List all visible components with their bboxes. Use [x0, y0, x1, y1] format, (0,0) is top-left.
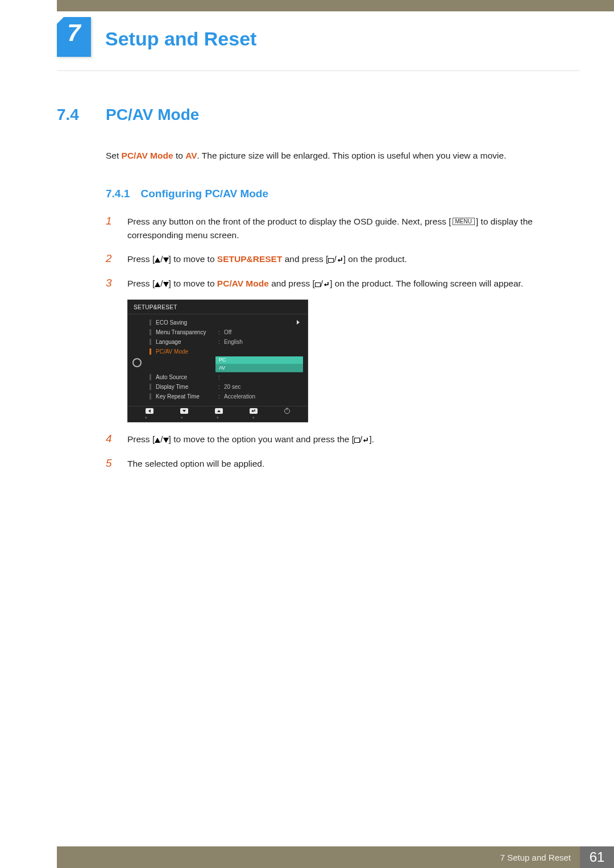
page-footer: 7 Setup and Reset 61 — [0, 846, 614, 868]
footer-text: 7 Setup and Reset — [500, 853, 571, 862]
osd-footer — [128, 406, 308, 416]
subsection-title: Configuring PC/AV Mode — [141, 188, 268, 200]
osd-row: Menu Transparency:Off — [146, 327, 303, 337]
subsection-heading: 7.4.1 Configuring PC/AV Mode — [106, 188, 580, 200]
down-arrow-icon — [163, 438, 169, 443]
osd-row: Key Repeat Time:Acceleration — [146, 392, 303, 401]
osd-screenshot: SETUP&RESET ECO SavingMenu Transparency:… — [127, 300, 580, 422]
osd-back-icon — [146, 408, 154, 414]
source-icon — [354, 438, 360, 443]
page-number: 61 — [580, 846, 614, 868]
osd-power-icon — [284, 408, 290, 414]
osd-option: PC — [215, 356, 303, 364]
osd-enter-icon — [250, 408, 258, 414]
chapter-number-badge: 7 — [57, 17, 91, 57]
enter-icon — [362, 434, 369, 444]
osd-row: Language:English — [146, 337, 303, 347]
down-arrow-icon — [163, 258, 169, 263]
section-body: 7.4 PC/AV Mode Set PC/AV Mode to AV. The… — [57, 106, 580, 480]
subsection-number: 7.4.1 — [106, 188, 130, 200]
up-arrow-icon — [155, 258, 160, 263]
top-accent-bar — [57, 0, 614, 11]
step-5: 5 The selected option will be applied. — [106, 455, 580, 471]
step-3: 3 Press [/] to move to PC/AV Mode and pr… — [106, 275, 580, 291]
section-heading: 7.4 PC/AV Mode — [57, 106, 580, 124]
osd-title: SETUP&RESET — [128, 300, 308, 313]
source-icon — [328, 258, 334, 263]
osd-row: Auto Source: — [146, 372, 303, 382]
osd-down-icon — [180, 408, 188, 414]
osd-row: PC/AV Mode — [146, 347, 303, 356]
enter-icon — [323, 279, 330, 288]
step-2: 2 Press [/] to move to SETUP&RESET and p… — [106, 250, 580, 267]
up-arrow-icon — [155, 438, 160, 443]
steps-list: 1 Press any button on the front of the p… — [106, 213, 580, 292]
step-4: 4 Press [/] to move to the option you wa… — [106, 430, 580, 447]
osd-row: Display Time:20 sec — [146, 382, 303, 392]
down-arrow-icon — [163, 282, 169, 287]
highlight-pcav: PC/AV Mode — [122, 151, 173, 160]
chapter-header: 7 Setup and Reset — [57, 17, 580, 57]
source-icon — [315, 283, 321, 288]
chapter-number: 7 — [67, 19, 80, 47]
steps-list-cont: 4 Press [/] to move to the option you wa… — [106, 430, 580, 472]
intro-paragraph: Set PC/AV Mode to AV. The picture size w… — [106, 149, 580, 163]
up-arrow-icon — [155, 282, 160, 287]
header-divider — [57, 70, 580, 71]
section-title: PC/AV Mode — [106, 106, 199, 124]
gear-icon — [132, 358, 142, 367]
section-number: 7.4 — [57, 106, 91, 124]
highlight-av: AV — [185, 151, 197, 160]
enter-icon — [337, 254, 343, 264]
chapter-title: Setup and Reset — [105, 28, 256, 50]
arrow-right-icon — [297, 320, 300, 325]
step-1: 1 Press any button on the front of the p… — [106, 213, 580, 242]
osd-up-icon — [215, 408, 223, 414]
osd-row: ECO Saving — [146, 318, 303, 327]
osd-option: AV — [215, 364, 303, 372]
menu-key-icon: MENU — [453, 218, 475, 225]
